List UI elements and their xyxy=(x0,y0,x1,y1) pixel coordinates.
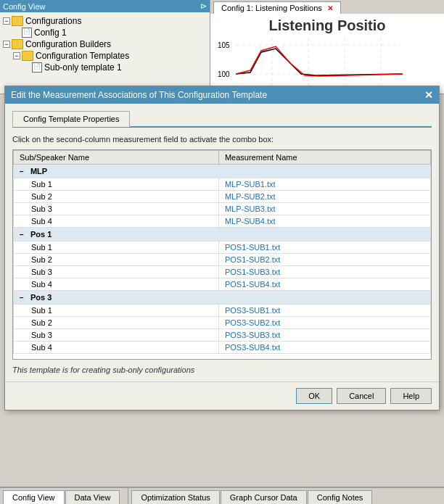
group-collapse-1[interactable]: − xyxy=(20,231,24,239)
meas-name-cell[interactable]: POS1-SUB4.txt xyxy=(218,278,430,291)
tree-item-subonly-template[interactable]: 📄 Sub-only template 1 xyxy=(23,62,207,73)
group-collapse-0[interactable]: − xyxy=(20,168,24,175)
tab-optimization-status[interactable]: Optimization Status xyxy=(131,490,219,504)
table-row[interactable]: Sub 1POS1-SUB1.txt xyxy=(14,241,431,254)
sub-name-cell: Sub 4 xyxy=(14,342,219,354)
sub-name-cell: Sub 1 xyxy=(14,178,219,191)
tree-label-config-builders: Configuration Builders xyxy=(25,39,111,49)
table-row[interactable]: Sub 2POS1-SUB2.txt xyxy=(14,254,431,266)
instruction-text: Click on the second-column measurement f… xyxy=(12,135,432,144)
sub-name-cell: Sub 3 xyxy=(14,329,219,342)
meas-name-cell[interactable]: POS1-SUB2.txt xyxy=(218,254,430,266)
graph-content: Listening Positio 105 100 xyxy=(210,14,444,94)
dialog-title: Edit the Measurement Associations of Thi… xyxy=(11,90,267,100)
group-header-row: − Pos 3 xyxy=(14,291,431,305)
tree-label-config1: Config 1 xyxy=(34,28,67,38)
meas-name-cell[interactable]: POS1-SUB3.txt xyxy=(218,266,430,278)
config-view-panel: Config View ⊳ − Configurations 📄 Config … xyxy=(0,0,210,94)
tree-item-configurations[interactable]: − Configurations xyxy=(3,15,207,27)
sub-name-cell: Sub 2 xyxy=(14,191,219,203)
tab-graph-cursor-data[interactable]: Graph Cursor Data xyxy=(221,490,307,504)
cancel-button[interactable]: Cancel xyxy=(337,388,386,404)
table-row[interactable]: Sub 1POS3-SUB1.txt xyxy=(14,305,431,317)
tree-label-configurations: Configurations xyxy=(25,16,81,26)
graph-panel: Config 1: Listening Positions ✕ Listenin… xyxy=(210,0,444,94)
expand-builders-icon[interactable]: − xyxy=(3,41,10,48)
graph-tab-label: Config 1: Listening Positions xyxy=(221,4,322,12)
expand-configurations-icon[interactable]: − xyxy=(3,17,10,25)
table-row[interactable]: Sub 2POS3-SUB2.txt xyxy=(14,317,431,329)
main-container: Config View ⊳ − Configurations 📄 Config … xyxy=(0,0,444,504)
help-button[interactable]: Help xyxy=(390,388,432,404)
tree-item-config-templates[interactable]: − Configuration Templates xyxy=(13,50,207,62)
meas-name-cell[interactable]: POS3-SUB1.txt xyxy=(218,305,430,317)
group-header-row: − Pos 1 xyxy=(14,228,431,241)
data-table: Sub/Speaker Name Measurement Name − MLP … xyxy=(13,150,431,354)
meas-name-cell[interactable]: MLP-SUB2.txt xyxy=(218,191,430,203)
expand-templates-icon[interactable]: − xyxy=(13,52,20,59)
table-row[interactable]: Sub 3POS1-SUB3.txt xyxy=(14,266,431,278)
tab-data-view[interactable]: Data View xyxy=(65,490,120,504)
sub-name-cell: Sub 1 xyxy=(14,305,219,317)
config-view-title: Config View xyxy=(3,2,46,11)
dialog-body: Config Template Properties Click on the … xyxy=(5,104,439,381)
tab-config-template-label: Config Template Properties xyxy=(23,115,119,123)
dialog-titlebar: Edit the Measurement Associations of Thi… xyxy=(5,86,439,104)
panel-pin-icon[interactable]: ⊳ xyxy=(200,1,207,11)
dialog-buttons: OK Cancel Help xyxy=(5,381,439,410)
graph-tab-bar: Config 1: Listening Positions ✕ xyxy=(210,0,444,14)
dialog: Edit the Measurement Associations of Thi… xyxy=(4,86,440,410)
graph-tab-close-icon[interactable]: ✕ xyxy=(327,4,333,12)
sub-name-cell: Sub 2 xyxy=(14,254,219,266)
bottom-bar: Config View Data View Optimization Statu… xyxy=(0,487,444,504)
table-row[interactable]: Sub 1MLP-SUB1.txt xyxy=(14,178,431,191)
table-row[interactable]: Sub 3POS3-SUB3.txt xyxy=(14,329,431,342)
table-body: − MLP Sub 1MLP-SUB1.txt Sub 2MLP-SUB2.tx… xyxy=(14,165,431,354)
dialog-close-button[interactable]: ✕ xyxy=(424,89,433,101)
sub-name-cell: Sub 3 xyxy=(14,266,219,278)
meas-name-cell[interactable]: POS1-SUB1.txt xyxy=(218,241,430,254)
graph-title: Listening Positio xyxy=(210,14,444,34)
meas-name-cell[interactable]: MLP-SUB1.txt xyxy=(218,178,430,191)
right-tabs: Optimization Status Graph Cursor Data Co… xyxy=(128,488,444,504)
group-collapse-2[interactable]: − xyxy=(20,294,24,302)
dialog-tabs: Config Template Properties xyxy=(12,111,432,128)
sub-name-cell: Sub 4 xyxy=(14,278,219,291)
top-area: Config View ⊳ − Configurations 📄 Config … xyxy=(0,0,444,94)
group-header-row: − MLP xyxy=(14,165,431,178)
tab-config-view[interactable]: Config View xyxy=(3,490,65,504)
tree-label-config-templates: Configuration Templates xyxy=(36,51,129,61)
tree-item-config1[interactable]: 📄 Config 1 xyxy=(13,27,207,38)
sub-name-cell: Sub 2 xyxy=(14,317,219,329)
tree-item-config-builders[interactable]: − Configuration Builders xyxy=(3,38,207,50)
config-view-titlebar: Config View ⊳ xyxy=(0,0,210,12)
table-row[interactable]: Sub 4POS1-SUB4.txt xyxy=(14,278,431,291)
ok-button[interactable]: OK xyxy=(296,388,332,404)
table-row[interactable]: Sub 4MLP-SUB4.txt xyxy=(14,215,431,228)
y-axis-105: 105 xyxy=(218,41,230,49)
table-row[interactable]: Sub 3MLP-SUB3.txt xyxy=(14,203,431,215)
col-header-meas: Measurement Name xyxy=(218,151,430,165)
col-header-sub: Sub/Speaker Name xyxy=(14,151,219,165)
graph-tab-config1[interactable]: Config 1: Listening Positions ✕ xyxy=(213,1,341,14)
tab-config-notes[interactable]: Config Notes xyxy=(308,490,373,504)
table-header-row: Sub/Speaker Name Measurement Name xyxy=(14,151,431,165)
sub-name-cell: Sub 4 xyxy=(14,215,219,228)
left-tabs: Config View Data View xyxy=(0,488,120,504)
table-row[interactable]: Sub 2MLP-SUB2.txt xyxy=(14,191,431,203)
meas-name-cell[interactable]: MLP-SUB3.txt xyxy=(218,203,430,215)
meas-name-cell[interactable]: POS3-SUB4.txt xyxy=(218,342,430,354)
table-row[interactable]: Sub 4POS3-SUB4.txt xyxy=(14,342,431,354)
sub-name-cell: Sub 1 xyxy=(14,241,219,254)
meas-name-cell[interactable]: POS3-SUB3.txt xyxy=(218,329,430,342)
data-table-container: Sub/Speaker Name Measurement Name − MLP … xyxy=(12,149,432,360)
tab-config-template-properties[interactable]: Config Template Properties xyxy=(12,111,130,127)
graph-svg xyxy=(236,38,403,92)
y-axis-100: 100 xyxy=(218,70,230,78)
sub-name-cell: Sub 3 xyxy=(14,203,219,215)
tree-area: − Configurations 📄 Config 1 − Configurat… xyxy=(0,12,210,94)
tree-label-subonly-template: Sub-only template 1 xyxy=(44,62,122,73)
footer-note: This template is for creating sub-only c… xyxy=(12,365,432,374)
meas-name-cell[interactable]: MLP-SUB4.txt xyxy=(218,215,430,228)
meas-name-cell[interactable]: POS3-SUB2.txt xyxy=(218,317,430,329)
